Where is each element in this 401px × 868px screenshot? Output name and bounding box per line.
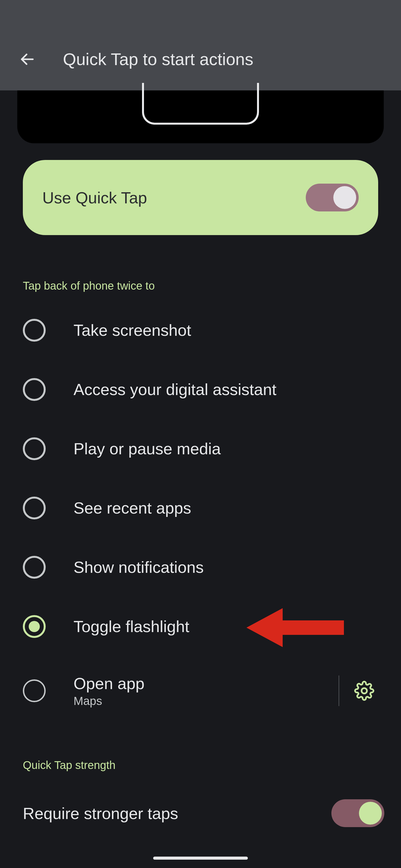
radio-label: Show notifications (74, 558, 378, 577)
radio-sublabel: Maps (74, 694, 311, 708)
radio-option-digital-assistant[interactable]: Access your digital assistant (23, 360, 378, 419)
section-heading-strength: Quick Tap strength (23, 759, 378, 772)
radio-label: Play or pause media (74, 439, 378, 458)
require-stronger-taps-switch[interactable] (332, 799, 384, 827)
radio-button-icon (23, 378, 46, 401)
radio-button-icon (23, 556, 46, 579)
radio-button-icon (23, 497, 46, 519)
open-app-settings (339, 671, 378, 710)
require-stronger-taps-label: Require stronger taps (23, 804, 178, 823)
radio-option-open-app[interactable]: Open app Maps (23, 656, 378, 725)
page-title: Quick Tap to start actions (63, 50, 253, 69)
radio-option-toggle-flashlight[interactable]: Toggle flashlight (23, 597, 378, 656)
app-header: Quick Tap to start actions (0, 0, 401, 90)
preview-panel (17, 90, 384, 143)
require-stronger-taps-row[interactable]: Require stronger taps (23, 785, 384, 841)
radio-option-play-pause-media[interactable]: Play or pause media (23, 419, 378, 478)
radio-option-show-notifications[interactable]: Show notifications (23, 537, 378, 597)
radio-option-take-screenshot[interactable]: Take screenshot (23, 301, 378, 360)
switch-knob (333, 186, 356, 209)
radio-label: Take screenshot (74, 321, 378, 339)
section-heading-actions: Tap back of phone twice to (23, 280, 378, 292)
open-app-gear-button[interactable] (353, 680, 375, 702)
svg-point-1 (362, 688, 367, 693)
radio-label: See recent apps (74, 499, 378, 517)
switch-knob (359, 802, 382, 825)
use-quick-tap-switch[interactable] (306, 184, 359, 211)
radio-button-icon (23, 319, 46, 342)
use-quick-tap-row[interactable]: Use Quick Tap (23, 160, 378, 235)
radio-button-icon (23, 679, 46, 702)
gear-icon (354, 681, 374, 701)
gesture-nav-pill[interactable] (153, 857, 248, 860)
radio-label: Toggle flashlight (74, 617, 378, 636)
radio-label: Open app (74, 674, 311, 693)
radio-option-recent-apps[interactable]: See recent apps (23, 478, 378, 537)
radio-button-selected-icon (23, 615, 46, 638)
action-radio-list: Take screenshot Access your digital assi… (23, 301, 378, 725)
radio-button-icon (23, 437, 46, 460)
use-quick-tap-label: Use Quick Tap (42, 188, 147, 207)
vertical-separator (339, 676, 339, 706)
phone-outline-graphic (142, 83, 259, 125)
radio-label: Access your digital assistant (74, 380, 378, 399)
arrow-left-icon (19, 51, 36, 68)
back-button[interactable] (14, 46, 41, 72)
